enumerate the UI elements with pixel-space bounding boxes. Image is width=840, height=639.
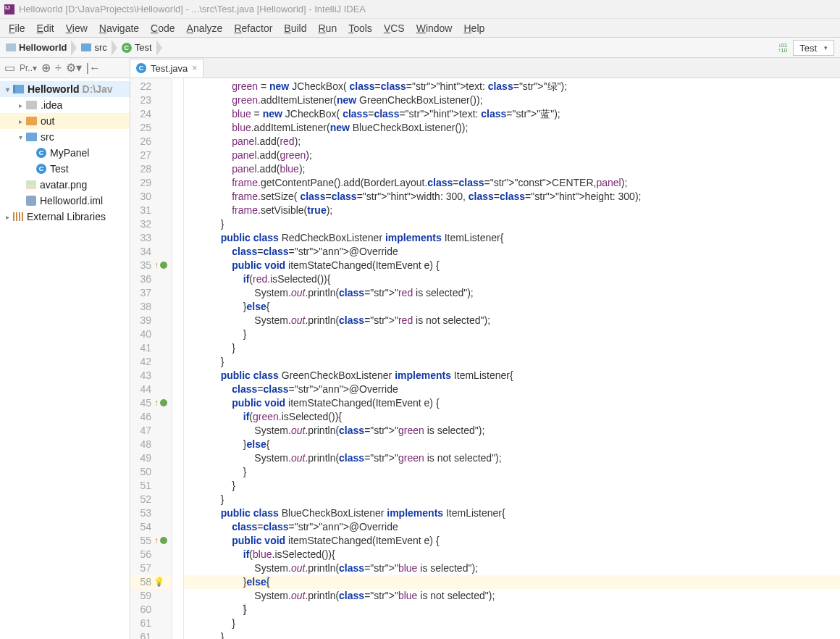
line-number[interactable]: 53 xyxy=(130,506,172,520)
code-line[interactable]: panel.add(green); xyxy=(184,149,840,162)
menu-analyze[interactable]: Analyze xyxy=(181,21,229,36)
menu-code[interactable]: Code xyxy=(145,21,180,36)
code-line[interactable]: class=class="str">"ann">@Override xyxy=(184,383,840,396)
line-number[interactable]: 34 xyxy=(130,245,172,259)
code-line[interactable]: blue = new JCheckBox( class=class="str">… xyxy=(184,107,840,121)
menu-edit[interactable]: Edit xyxy=(31,21,60,36)
code-line[interactable]: class=class="str">"ann">@Override xyxy=(184,245,840,259)
code-line[interactable]: }else{ xyxy=(184,575,840,589)
menu-run[interactable]: Run xyxy=(312,21,343,36)
line-number[interactable]: 58 xyxy=(130,575,172,589)
project-dropdown-label[interactable]: Pr..▾ xyxy=(20,63,37,73)
code-line[interactable]: frame.setVisible(true); xyxy=(184,204,840,217)
line-number[interactable]: 37 xyxy=(130,286,172,300)
line-number[interactable]: 32 xyxy=(130,217,172,231)
line-number[interactable]: 28 xyxy=(130,162,172,176)
code-line[interactable]: } xyxy=(184,217,840,231)
file-tab-test[interactable]: C Test.java × xyxy=(130,59,203,78)
line-number-gutter[interactable]: 2223242526272829303132333435363738394041… xyxy=(130,78,172,639)
settings-icon[interactable]: ⚙▾ xyxy=(66,61,82,75)
code-line[interactable]: } xyxy=(184,617,840,630)
code-line[interactable]: green = new JCheckBox( class=class="str"… xyxy=(184,80,840,93)
breadcrumb-class[interactable]: C Test xyxy=(119,40,156,56)
code-content[interactable]: green = new JCheckBox( class=class="str"… xyxy=(184,78,840,639)
project-tool-window[interactable]: ▭ Pr..▾ ⊕ ÷ ⚙▾ |← ▾ Helloworld D:\Jav ▸ … xyxy=(0,58,130,639)
code-line[interactable]: if(blue.isSelected()){ xyxy=(184,548,840,561)
line-number[interactable]: 41 xyxy=(130,341,172,355)
line-number[interactable]: 39 xyxy=(130,314,172,327)
line-number[interactable]: 48 xyxy=(130,438,172,451)
line-number[interactable]: 31 xyxy=(130,204,172,217)
code-line[interactable]: System.out.println(class="str">"green is… xyxy=(184,424,840,438)
code-line[interactable]: System.out.println(class="str">"blue is … xyxy=(184,561,840,575)
line-number[interactable]: 24 xyxy=(130,107,172,121)
breadcrumb-project[interactable]: Helloworld xyxy=(3,40,71,56)
code-line[interactable]: public class RedCheckBoxListener impleme… xyxy=(184,231,840,245)
menu-help[interactable]: Help xyxy=(458,21,490,36)
line-number[interactable]: 57 xyxy=(130,561,172,575)
code-line[interactable]: panel.add(red); xyxy=(184,135,840,149)
code-line[interactable]: System.out.println(class="str">"blue is … xyxy=(184,589,840,603)
code-line[interactable]: public void itemStateChanged(ItemEvent e… xyxy=(184,396,840,410)
code-line[interactable]: System.out.println(class="str">"green is… xyxy=(184,451,840,465)
line-number[interactable]: 52 xyxy=(130,493,172,506)
line-number[interactable]: 54 xyxy=(130,520,172,534)
menu-tools[interactable]: Tools xyxy=(343,21,378,36)
fold-strip[interactable] xyxy=(172,78,184,639)
tree-test[interactable]: C Test xyxy=(0,161,130,177)
line-number[interactable]: 42 xyxy=(130,355,172,369)
code-line[interactable]: } xyxy=(184,341,840,355)
line-number[interactable]: 27 xyxy=(130,149,172,162)
code-line[interactable]: } xyxy=(184,493,840,506)
code-line[interactable]: System.out.println(class="str">"red is s… xyxy=(184,286,840,300)
code-line[interactable]: public class BlueCheckBoxListener implem… xyxy=(184,506,840,520)
code-line[interactable]: } xyxy=(184,355,840,369)
tree-root[interactable]: ▾ Helloworld D:\Jav xyxy=(0,81,130,97)
code-line[interactable]: if(green.isSelected()){ xyxy=(184,410,840,424)
line-number[interactable]: 55 xyxy=(130,534,172,548)
line-number[interactable]: 29 xyxy=(130,176,172,190)
line-number[interactable]: 36 xyxy=(130,272,172,286)
code-line[interactable]: blue.addItemListener(new BlueCheckBoxLis… xyxy=(184,121,840,135)
tree-iml[interactable]: Helloworld.iml xyxy=(0,193,130,209)
line-number[interactable]: 23 xyxy=(130,93,172,107)
tree-out[interactable]: ▸ out xyxy=(0,113,130,129)
code-line[interactable]: class=class="str">"ann">@Override xyxy=(184,520,840,534)
tree-avatar[interactable]: avatar.png xyxy=(0,177,130,193)
project-view-icon[interactable]: ▭ xyxy=(4,61,15,75)
code-line[interactable]: public void itemStateChanged(ItemEvent e… xyxy=(184,259,840,272)
code-line[interactable]: public class GreenCheckBoxListener imple… xyxy=(184,369,840,383)
line-number[interactable]: 61 xyxy=(130,617,172,630)
code-line[interactable]: frame.getContentPane().add(BorderLayout.… xyxy=(184,176,840,190)
line-number[interactable]: 45 xyxy=(130,396,172,410)
line-number[interactable]: 43 xyxy=(130,369,172,383)
tree-idea[interactable]: ▸ .idea xyxy=(0,97,130,113)
breadcrumb-src[interactable]: src xyxy=(78,40,111,56)
line-number[interactable]: 60 xyxy=(130,603,172,617)
tree-ext-libs[interactable]: ▸ External Libraries xyxy=(0,209,130,225)
line-number[interactable]: 56 xyxy=(130,548,172,561)
project-tree[interactable]: ▾ Helloworld D:\Jav ▸ .idea ▸ out ▾ src … xyxy=(0,78,130,639)
line-number[interactable]: 26 xyxy=(130,135,172,149)
line-number[interactable]: 46 xyxy=(130,410,172,424)
code-line[interactable]: } xyxy=(184,465,840,479)
line-number[interactable]: 50 xyxy=(130,465,172,479)
code-line[interactable]: green.addItemListener(new GreenCheckBoxL… xyxy=(184,93,840,107)
menu-refactor[interactable]: Refactor xyxy=(228,21,278,36)
divide-icon[interactable]: ÷ xyxy=(55,62,62,75)
code-line[interactable]: } xyxy=(184,327,840,341)
code-editor[interactable]: 2223242526272829303132333435363738394041… xyxy=(130,78,840,639)
code-line[interactable]: frame.setSize( class=class="str">"hint">… xyxy=(184,190,840,204)
code-line[interactable]: } xyxy=(184,603,840,617)
collapse-icon[interactable]: |← xyxy=(86,62,101,75)
target-icon[interactable]: ⊕ xyxy=(41,61,51,75)
menu-window[interactable]: Window xyxy=(411,21,458,36)
code-line[interactable]: panel.add(blue); xyxy=(184,162,840,176)
code-line[interactable]: System.out.println(class="str">"red is n… xyxy=(184,314,840,327)
line-number[interactable]: 22 xyxy=(130,80,172,93)
menu-vcs[interactable]: VCS xyxy=(378,21,411,36)
line-number[interactable]: 59 xyxy=(130,589,172,603)
line-number[interactable]: 51 xyxy=(130,479,172,493)
line-number[interactable]: 25 xyxy=(130,121,172,135)
code-line[interactable]: }else{ xyxy=(184,300,840,314)
